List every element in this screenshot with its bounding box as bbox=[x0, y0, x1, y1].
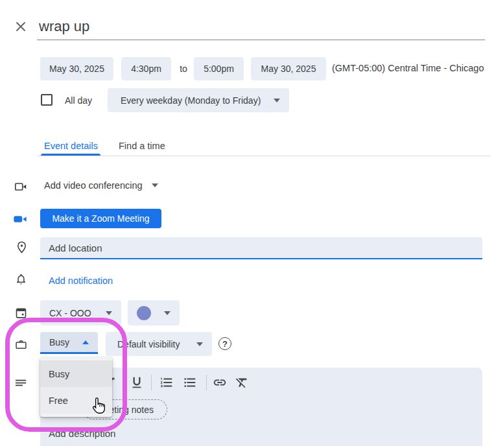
add-video-conferencing-label: Add video conferencing bbox=[44, 180, 143, 191]
add-video-conferencing-dropdown[interactable]: Add video conferencing bbox=[44, 180, 158, 191]
clear-formatting-icon[interactable] bbox=[235, 375, 249, 390]
toolbar-divider bbox=[206, 375, 207, 390]
visibility-value: Default visibility bbox=[115, 339, 180, 349]
menu-item-busy[interactable]: Busy bbox=[40, 360, 112, 387]
videocam-icon bbox=[13, 179, 29, 195]
event-edit-dialog: May 30, 2025 4:30pm to 5:00pm May 30, 20… bbox=[0, 0, 494, 448]
all-day-checkbox[interactable] bbox=[41, 94, 53, 106]
hand-cursor-icon bbox=[90, 396, 108, 416]
briefcase-icon bbox=[13, 336, 29, 352]
all-day-label: All day bbox=[65, 95, 92, 106]
location-pin-icon bbox=[14, 239, 29, 255]
calendar-dropdown[interactable]: CX - OOO bbox=[40, 300, 121, 325]
toolbar-divider bbox=[151, 375, 152, 390]
recurrence-value: Every weekday (Monday to Friday) bbox=[117, 95, 261, 106]
end-date-button[interactable]: May 30, 2025 bbox=[251, 57, 326, 80]
tab-find-a-time[interactable]: Find a time bbox=[119, 141, 165, 151]
chevron-down-icon bbox=[152, 183, 158, 187]
chevron-down-icon bbox=[106, 311, 112, 315]
event-color-dropdown[interactable] bbox=[128, 300, 180, 325]
description-icon bbox=[13, 375, 29, 390]
start-date-button[interactable]: May 30, 2025 bbox=[40, 57, 113, 80]
underline-icon[interactable] bbox=[130, 375, 144, 390]
visibility-dropdown[interactable]: Default visibility bbox=[106, 332, 212, 356]
description-placeholder[interactable]: Add description bbox=[49, 428, 115, 439]
insert-link-icon[interactable] bbox=[213, 375, 227, 390]
title-underline bbox=[37, 40, 485, 40]
end-time-button[interactable]: 5:00pm bbox=[194, 57, 244, 80]
event-color-swatch bbox=[137, 306, 151, 320]
add-notification-button[interactable]: Add notification bbox=[49, 276, 113, 286]
numbered-list-icon[interactable] bbox=[159, 375, 174, 390]
chevron-up-icon bbox=[82, 340, 89, 344]
location-field-container bbox=[40, 237, 482, 259]
close-button[interactable] bbox=[13, 19, 29, 37]
location-input[interactable] bbox=[40, 237, 482, 258]
event-title-input[interactable] bbox=[38, 16, 465, 38]
availability-dropdown[interactable]: Busy bbox=[40, 332, 98, 354]
notification-bell-icon bbox=[13, 272, 29, 287]
chevron-down-icon bbox=[274, 99, 280, 102]
start-time-button[interactable]: 4:30pm bbox=[121, 57, 171, 80]
zoom-videocam-icon bbox=[12, 211, 28, 227]
calendar-name: CX - OOO bbox=[49, 308, 91, 318]
help-icon[interactable]: ? bbox=[218, 337, 231, 350]
to-label: to bbox=[176, 64, 191, 74]
bulleted-list-icon[interactable] bbox=[183, 375, 197, 390]
recurrence-dropdown[interactable]: Every weekday (Monday to Friday) bbox=[108, 88, 289, 112]
tabs-divider bbox=[37, 156, 491, 156]
chevron-down-icon bbox=[164, 311, 171, 315]
availability-value: Busy bbox=[49, 337, 69, 348]
tab-event-details[interactable]: Event details bbox=[44, 141, 98, 151]
chevron-down-icon bbox=[196, 342, 203, 346]
make-zoom-meeting-button[interactable]: Make it a Zoom Meeting bbox=[40, 209, 161, 228]
close-icon bbox=[13, 19, 29, 34]
timezone-label[interactable]: (GMT-05:00) Central Time - Chicago bbox=[332, 63, 484, 73]
calendar-icon bbox=[13, 305, 29, 320]
active-tab-indicator bbox=[41, 154, 100, 156]
